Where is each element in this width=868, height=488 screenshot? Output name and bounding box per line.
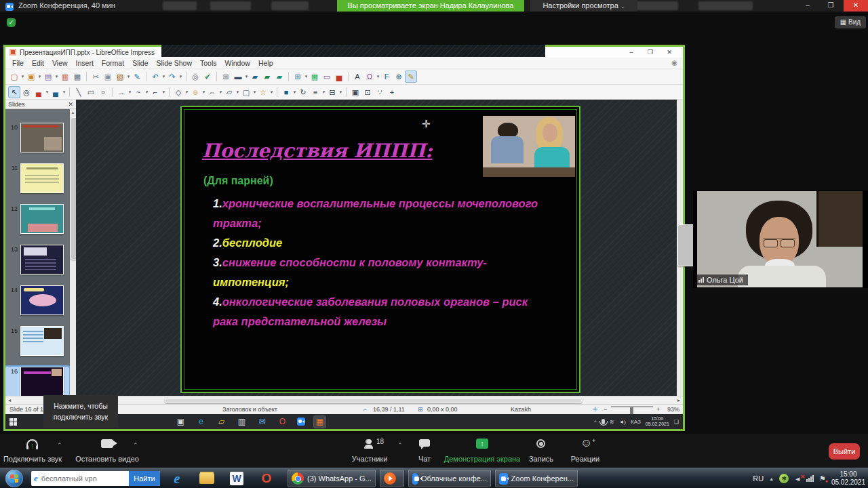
undo-icon[interactable]: ↶ <box>150 71 161 82</box>
participants-caret[interactable]: ⌃ <box>397 442 403 449</box>
dropdown-arrow[interactable]: ▾ <box>269 87 274 98</box>
align-icon[interactable]: ≡ <box>310 87 321 98</box>
dropdown-arrow[interactable]: ▾ <box>201 87 206 98</box>
grid-icon[interactable]: ⊞ <box>220 71 231 82</box>
print-icon[interactable]: ▦ <box>72 71 83 82</box>
slide-thumbnail-12[interactable]: 12 <box>5 204 69 234</box>
slide-thumbnail-13[interactable]: 13 <box>5 245 69 274</box>
thumbnail-preview[interactable] <box>20 326 64 356</box>
speaker-muted-icon[interactable]: ◄✕ <box>794 475 801 483</box>
new-document-icon[interactable]: ▢ <box>9 71 20 82</box>
extension-globe-icon[interactable]: ◉ <box>671 59 677 66</box>
slideshow-settings-icon[interactable]: ▰ <box>262 71 273 82</box>
action-center-flag-icon[interactable]: ⚑● <box>819 474 826 483</box>
word-button[interactable]: W <box>226 470 247 487</box>
antivirus-icon[interactable]: ✱ <box>779 474 789 483</box>
thumbnail-preview[interactable] <box>20 163 64 193</box>
search-button[interactable]: Найти <box>129 471 160 486</box>
dropdown-arrow[interactable]: ▾ <box>184 87 189 98</box>
fill-color-icon[interactable]: ▄ <box>33 87 44 98</box>
task-view-icon[interactable]: ▣ <box>175 416 186 428</box>
menu-file[interactable]: File <box>8 59 28 67</box>
leave-meeting-button[interactable]: Выйти <box>829 443 860 460</box>
paste-icon[interactable]: ▧ <box>115 71 125 82</box>
menu-slide-show[interactable]: Slide Show <box>152 59 196 67</box>
dropdown-arrow[interactable]: ▾ <box>45 87 50 98</box>
hyperlink-icon[interactable]: ⊕ <box>393 71 404 82</box>
impress-taskbar-icon[interactable]: ▦ <box>314 416 326 428</box>
edge-icon[interactable]: e <box>195 416 207 428</box>
slide-thumbnail-11[interactable]: 11 <box>5 163 69 193</box>
zoom-app-icon[interactable] <box>297 418 305 426</box>
rectangle-icon[interactable]: ▭ <box>85 87 96 98</box>
dropdown-arrow[interactable]: ▾ <box>304 71 309 82</box>
ellipse-icon[interactable]: ○ <box>98 87 108 98</box>
search-input[interactable]: e бесплатный vpn Найти <box>31 471 160 486</box>
spelling-icon[interactable]: ✔ <box>202 71 213 82</box>
special-character-icon[interactable]: Ω <box>364 71 375 82</box>
close-icon[interactable]: ✕ <box>68 101 73 108</box>
share-screen-button[interactable]: ↑ Демонстрация экрана <box>444 434 520 468</box>
zoom-in-icon[interactable]: + <box>656 406 660 413</box>
fontwork-icon[interactable]: F <box>381 71 392 82</box>
thumbnail-preview[interactable] <box>20 285 64 315</box>
slide-thumbnail-14[interactable]: 14 <box>5 285 69 315</box>
menu-help[interactable]: Help <box>254 59 277 67</box>
menu-view[interactable]: View <box>48 59 72 67</box>
dropdown-arrow[interactable]: ▾ <box>54 71 59 82</box>
dropdown-arrow[interactable]: ▾ <box>20 71 25 82</box>
gluepoints-icon[interactable]: + <box>387 87 397 98</box>
canvas-vertical-scrollbar[interactable] <box>677 100 683 396</box>
record-button[interactable]: Запись <box>522 434 560 468</box>
export-pdf-icon[interactable]: ▥ <box>60 71 71 82</box>
dropdown-arrow[interactable]: ▾ <box>127 87 132 98</box>
microphone-icon[interactable] <box>601 419 605 424</box>
fit-slide-icon[interactable]: ✛ <box>593 406 598 413</box>
insert-media-icon[interactable]: ▭ <box>321 71 332 82</box>
slide-thumbnail-10[interactable]: 10 <box>5 123 69 152</box>
view-settings-button[interactable]: Настройки просмотра ⌄ <box>530 0 637 12</box>
tray-chevron-icon[interactable]: ^ <box>594 419 597 425</box>
table-icon[interactable]: ⊞ <box>292 71 303 82</box>
connector-icon[interactable]: ⌐ <box>150 87 161 98</box>
text-language[interactable]: Kazakh <box>511 406 531 413</box>
presenter-console-icon[interactable]: ▰ <box>274 71 285 82</box>
chat-button[interactable]: Чат <box>408 434 441 468</box>
dropdown-arrow[interactable]: ▾ <box>338 87 343 98</box>
menu-edit[interactable]: Edit <box>28 59 48 67</box>
dropdown-arrow[interactable]: ▾ <box>126 71 131 82</box>
internet-explorer-button[interactable]: e <box>167 470 187 487</box>
callout-shapes-icon[interactable]: ▢ <box>241 87 252 98</box>
network-signal-icon[interactable] <box>806 475 814 482</box>
zoom-cloud-task-button[interactable]: Облачные конфе... <box>408 470 491 487</box>
slide-thumbnail-16[interactable]: 16 <box>5 367 69 396</box>
flowchart-icon[interactable]: ▱ <box>224 87 235 98</box>
find-replace-icon[interactable]: ◎ <box>190 71 201 82</box>
file-explorer-icon[interactable]: ▱ <box>216 416 227 428</box>
restore-button[interactable]: ❐ <box>819 0 842 12</box>
slide-thumbnail-15[interactable]: 15 <box>5 326 69 356</box>
dropdown-arrow[interactable]: ▾ <box>62 87 66 98</box>
crop-icon[interactable]: ⊡ <box>362 87 373 98</box>
line-color-icon[interactable]: ▄ <box>50 87 61 98</box>
line-icon[interactable]: ╲ <box>73 87 84 98</box>
dropdown-arrow[interactable]: ▾ <box>292 87 297 98</box>
participants-button[interactable]: 18 Участники <box>342 434 397 468</box>
cut-icon[interactable]: ✂ <box>90 71 101 82</box>
view-mode-button[interactable]: ▦ Вид <box>835 16 866 28</box>
redo-icon[interactable]: ↷ <box>167 71 178 82</box>
video-options-caret[interactable]: ⌃ <box>133 442 138 449</box>
dropdown-arrow[interactable]: ▾ <box>235 87 240 98</box>
select-icon[interactable]: ↖ <box>9 87 20 98</box>
dropdown-arrow[interactable]: ▾ <box>161 71 166 82</box>
insert-textbox-icon[interactable]: A <box>352 71 363 82</box>
tray-expand-icon[interactable]: ▲ <box>769 476 774 481</box>
menu-window[interactable]: Window <box>221 59 254 67</box>
3d-objects-icon[interactable]: ■ <box>281 87 292 98</box>
dropdown-arrow[interactable]: ▾ <box>244 71 249 82</box>
arrange-icon[interactable]: ⊟ <box>327 87 338 98</box>
impress-minimize-button[interactable]: – <box>622 49 641 56</box>
thumbnail-preview[interactable] <box>20 204 64 234</box>
line-arrow-icon[interactable]: → <box>116 87 127 98</box>
insert-chart-icon[interactable]: ▅ <box>334 71 344 82</box>
